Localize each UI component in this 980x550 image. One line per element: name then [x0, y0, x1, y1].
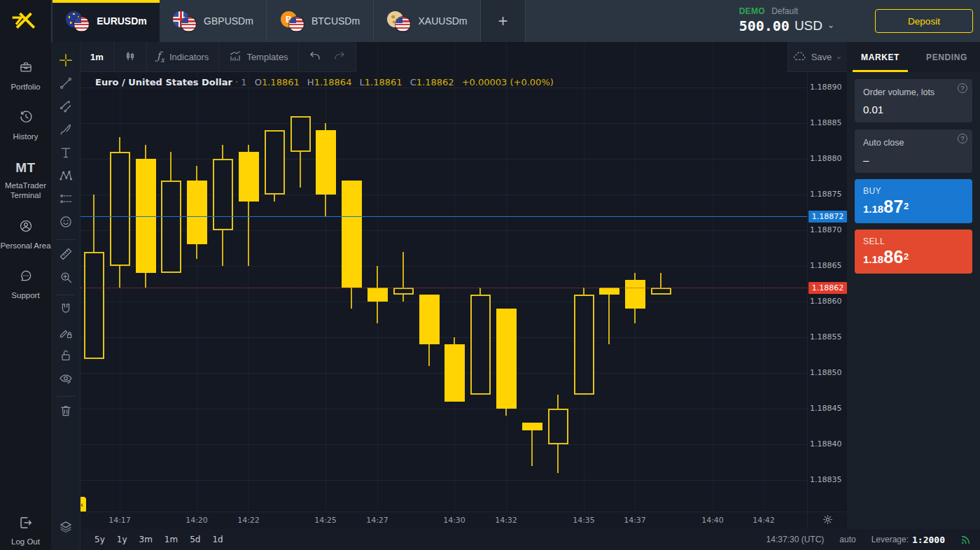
- order-volume-value[interactable]: 0.01: [863, 104, 964, 115]
- templates-button[interactable]: Templates: [219, 42, 298, 72]
- chart-settings-button[interactable]: [807, 512, 847, 530]
- toolbar-divider: [57, 396, 75, 397]
- sidebar-item-label: Portfolio: [10, 82, 40, 92]
- horizontal-gridline: [80, 480, 807, 481]
- crosshair-tool-button[interactable]: [55, 50, 77, 73]
- candle-wick-high: [170, 152, 172, 181]
- range-button-5y[interactable]: 5y: [94, 535, 105, 544]
- candle-14:38-bull: [651, 288, 671, 295]
- candle-14:24-bull: [290, 116, 311, 152]
- auto-close-value[interactable]: –: [863, 154, 964, 166]
- redo-icon[interactable]: [333, 50, 346, 64]
- symbol-tab-gbpusdm[interactable]: GBPUSDm: [160, 0, 267, 42]
- vertical-gridline: [248, 42, 249, 512]
- sidebar-item-portfolio[interactable]: Portfolio: [0, 60, 51, 92]
- timeframe-button[interactable]: 1m: [80, 42, 114, 72]
- ruler-tool-button[interactable]: [55, 244, 77, 267]
- brush-tool-button[interactable]: [55, 120, 77, 142]
- undo-icon: [309, 50, 321, 64]
- chart-ohlc-header: Euro / United States Dollar · 1 O1.18861…: [95, 77, 554, 87]
- candle-wick-low: [196, 244, 197, 259]
- pattern-tool-button[interactable]: [55, 166, 77, 188]
- lock-icon: [59, 348, 73, 365]
- indicators-button[interactable]: ƒx Indicators: [147, 42, 220, 72]
- candle-wick-high: [93, 195, 94, 252]
- order-tab-market[interactable]: MARKET: [847, 42, 913, 72]
- timezone-auto-button[interactable]: auto: [839, 535, 855, 544]
- hide-drawings-tool-button[interactable]: [55, 369, 77, 391]
- exness-logo[interactable]: [0, 0, 51, 42]
- price-axis-label: 1.18875: [810, 190, 846, 199]
- close-prefix: C: [410, 77, 416, 87]
- drawing-lock-icon: [59, 325, 73, 342]
- symbol-tab-label: XAUUSDm: [418, 15, 467, 27]
- trash-tool-button[interactable]: [55, 401, 77, 423]
- ruler-icon: [59, 247, 73, 264]
- range-button-1m[interactable]: 1m: [164, 535, 178, 544]
- order-volume-card[interactable]: Order volume, lots 0.01 ?: [855, 79, 972, 122]
- time-axis[interactable]: 14:1714:2014:2214:2514:2714:3014:3214:35…: [80, 512, 847, 529]
- sidebar-nav: PortfolioHistoryMTMetaTrader TerminalPer…: [0, 42, 51, 300]
- horizontal-gridline: [80, 302, 807, 302]
- candle-14:31-bull: [470, 295, 491, 395]
- symbol-tab-btcusdm[interactable]: B BTCUSDm: [267, 0, 374, 42]
- trend-line-icon: [59, 76, 73, 93]
- undo-button[interactable]: [299, 42, 356, 72]
- range-button-5d[interactable]: 5d: [190, 535, 200, 544]
- candle-wick-high: [119, 137, 120, 152]
- chart-toolbar: 1m ƒx Indicators Templates: [80, 42, 356, 72]
- eu-us-flag-icon: [65, 10, 90, 32]
- save-layout-button[interactable]: Save: [788, 42, 847, 72]
- trend-line-tool-button[interactable]: [55, 73, 77, 96]
- sell-button[interactable]: SELL 1.18862: [855, 230, 972, 274]
- range-button-1y[interactable]: 1y: [117, 535, 127, 544]
- horizontal-gridline: [80, 87, 807, 88]
- sidebar-item-label: MetaTrader Terminal: [0, 181, 51, 201]
- vertical-gridline: [197, 42, 197, 512]
- range-button-1d[interactable]: 1d: [212, 535, 223, 544]
- object-tree-button[interactable]: [55, 517, 77, 540]
- buy-button[interactable]: BUY 1.18872: [855, 179, 972, 223]
- buy-label: BUY: [863, 186, 964, 196]
- deposit-button[interactable]: Deposit: [875, 9, 973, 33]
- multi-line-tool-button[interactable]: [55, 97, 77, 119]
- sell-price: 1.18862: [863, 247, 964, 267]
- symbol-tab-label: GBPUSDm: [204, 15, 253, 27]
- symbol-tab-xauusdm[interactable]: XAUUSDm: [374, 0, 481, 42]
- candle-wick-high: [557, 395, 559, 409]
- auto-close-card[interactable]: Auto close – ?: [855, 129, 972, 173]
- help-icon[interactable]: ?: [958, 83, 967, 93]
- text-tool-button[interactable]: [55, 143, 77, 165]
- auto-close-label: Auto close: [863, 138, 964, 148]
- sidebar-item-metatrader-terminal[interactable]: MTMetaTrader Terminal: [0, 160, 51, 201]
- sidebar-item-history[interactable]: History: [0, 110, 51, 141]
- candle-14:22-bear: [239, 152, 259, 202]
- account-switcher[interactable]: DEMO Default 500.00 USD: [739, 6, 834, 34]
- lock-tool-button[interactable]: [55, 346, 77, 368]
- emoji-tool-button[interactable]: [55, 212, 77, 234]
- zoom-in-tool-button[interactable]: [55, 267, 77, 290]
- sidebar-item-support[interactable]: Support: [0, 269, 51, 300]
- price-axis-label: 1.18880: [810, 154, 846, 164]
- sidebar-item-label: Support: [11, 290, 39, 300]
- toolbar-collapse-handle[interactable]: ‹: [80, 497, 86, 512]
- drawing-lock-tool-button[interactable]: [55, 323, 77, 345]
- logout-button[interactable]: Log Out: [0, 515, 51, 546]
- chart-region: Euro / United States Dollar · 1 O1.18861…: [80, 42, 847, 550]
- add-symbol-tab-button[interactable]: +: [481, 0, 526, 42]
- order-tab-pending[interactable]: PENDING: [913, 42, 980, 72]
- candle-wick-high: [454, 337, 455, 344]
- range-button-3m[interactable]: 3m: [139, 535, 153, 544]
- sidebar-item-personal-area[interactable]: Personal Area: [0, 219, 51, 251]
- chart-plot-area[interactable]: Euro / United States Dollar · 1 O1.18861…: [80, 42, 847, 512]
- symbol-tab-label: EURUSDm: [97, 15, 147, 27]
- candle-style-button[interactable]: [114, 42, 147, 72]
- forecast-tool-button[interactable]: [55, 189, 77, 211]
- help-icon[interactable]: ?: [958, 134, 967, 143]
- time-axis-label: 14:27: [362, 516, 393, 525]
- candle-wick-high: [196, 166, 197, 181]
- magnet-tool-button[interactable]: [55, 299, 77, 322]
- candle-14:36-bear: [599, 288, 620, 295]
- time-axis-label: 14:22: [233, 516, 264, 525]
- symbol-tab-eurusdm[interactable]: EURUSDm: [52, 0, 160, 42]
